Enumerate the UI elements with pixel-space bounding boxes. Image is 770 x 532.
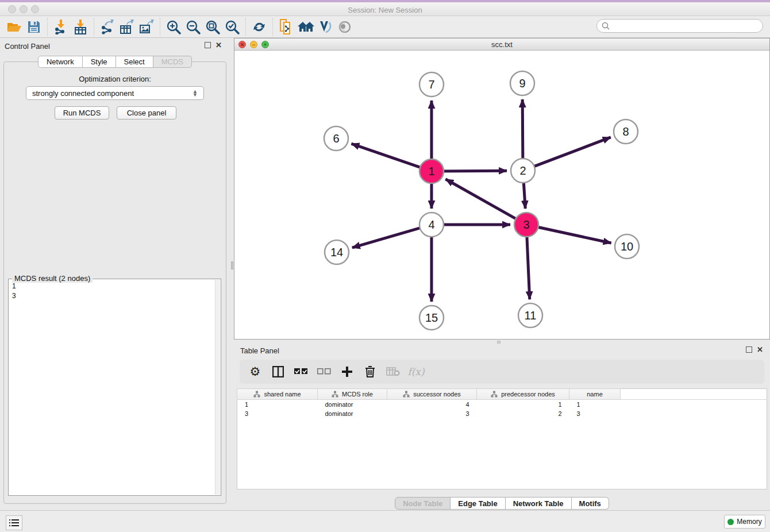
close-panel-button[interactable]: Close panel (117, 106, 176, 119)
tab-motifs[interactable]: Motifs (572, 497, 609, 510)
network-view-window: ✕ − + scc.txt 7968124314101511 (234, 38, 770, 340)
zoom-fit-icon[interactable] (203, 18, 222, 36)
control-panel-window-buttons: ✕ (205, 42, 222, 48)
network-graph-canvas[interactable]: 7968124314101511 (234, 51, 769, 339)
add-column-icon[interactable] (340, 364, 355, 379)
close-panel-icon[interactable]: ✕ (757, 346, 763, 353)
zoom-selected-icon[interactable] (222, 18, 242, 36)
table-toolbar: ⚙ f(x) (240, 360, 764, 384)
table-empty-area (237, 418, 767, 489)
table-type-tabs: Node Table Edge Table Network Table Moti… (234, 497, 770, 510)
graph-edge-3-11[interactable] (526, 228, 529, 299)
float-panel-icon[interactable] (746, 346, 752, 353)
mcds-result-box: MCDS result (2 nodes) 1 3 (8, 279, 221, 496)
mcds-result-text[interactable]: 1 3 (10, 282, 16, 301)
graph-edge-4-14[interactable] (352, 226, 428, 248)
tab-style[interactable]: Style (83, 56, 116, 68)
tab-select[interactable]: Select (116, 56, 153, 68)
select-all-icon[interactable] (294, 364, 309, 379)
search-icon (602, 22, 610, 30)
graph-edge-1-2[interactable] (435, 171, 507, 171)
graph-edge-1-6[interactable] (351, 144, 428, 170)
open-session-icon[interactable] (5, 18, 24, 36)
table-header-row: shared name MCDS role successor nodes pr… (237, 389, 767, 400)
node-table[interactable]: shared name MCDS role successor nodes pr… (237, 388, 767, 489)
graph-edge-2-9[interactable] (522, 99, 523, 167)
graph-edge-3-10[interactable] (530, 225, 611, 243)
network-window-titlebar: ✕ − + scc.txt (234, 38, 769, 51)
column-type-icon (332, 391, 338, 398)
toolbar-separator (94, 18, 94, 36)
table-row[interactable]: 1dominator 41 1 (237, 400, 767, 409)
table-row[interactable]: 3dominator 32 3 (237, 409, 767, 418)
clone-network-icon[interactable] (276, 18, 296, 36)
graph-node-label-15: 15 (425, 311, 438, 324)
column-header-name[interactable]: name (569, 389, 621, 400)
export-network-icon[interactable] (98, 18, 117, 36)
delete-icon[interactable] (363, 364, 378, 379)
column-header-mcds-role[interactable]: MCDS role (318, 389, 387, 400)
toolbar-separator (160, 18, 160, 36)
table-panel-title: Table Panel (240, 346, 279, 355)
app-titlebar: Session: New Session (0, 2, 770, 16)
task-history-button[interactable] (6, 515, 22, 530)
tab-mcds[interactable]: MCDS (153, 56, 192, 68)
export-table-icon[interactable] (117, 18, 137, 36)
tab-network[interactable]: Network (38, 56, 83, 68)
run-mcds-button[interactable]: Run MCDS (55, 106, 109, 119)
graph-node-label-2: 2 (519, 164, 526, 177)
deselect-all-icon[interactable] (317, 364, 332, 379)
graph-node-label-10: 10 (621, 240, 633, 253)
app-title: Session: New Session (0, 6, 770, 14)
import-network-icon[interactable] (51, 18, 71, 36)
column-header-shared-name[interactable]: shared name (237, 389, 318, 400)
graph-node-label-6: 6 (333, 132, 339, 145)
graph-node-label-7: 7 (428, 78, 434, 91)
zoom-in-icon[interactable] (164, 18, 183, 36)
tab-edge-table[interactable]: Edge Table (451, 497, 505, 510)
splitter-grip[interactable] (497, 341, 500, 344)
zoom-out-icon[interactable] (183, 18, 203, 36)
control-panel-tabs: Network Style Select MCDS (0, 56, 230, 68)
memory-status-icon (727, 519, 734, 525)
optimization-criterion-label: Optimization criterion: (4, 75, 226, 83)
control-panel: Control Panel ✕ Network Style Select MCD… (0, 38, 230, 508)
search-input[interactable] (596, 19, 763, 33)
tab-node-table[interactable]: Node Table (395, 497, 451, 510)
column-header-predecessor-nodes[interactable]: predecessor nodes (477, 389, 569, 400)
home-icon[interactable] (296, 18, 315, 36)
graph-edge-2-8[interactable] (526, 137, 611, 169)
delete-table-icon (386, 364, 401, 379)
table-panel-window-buttons: ✕ (746, 346, 763, 353)
splitter-grip[interactable] (231, 261, 233, 269)
chevron-updown-icon: ▲▼ (192, 90, 198, 97)
selected-option: strongly connected component (32, 89, 134, 98)
toolbar-separator (47, 18, 48, 36)
mcds-tab-content: Optimization criterion: strongly connect… (3, 61, 226, 504)
memory-button[interactable]: Memory (724, 515, 765, 529)
save-session-icon[interactable] (24, 18, 44, 36)
toolbar-separator (272, 18, 273, 36)
column-view-icon[interactable] (271, 364, 286, 379)
float-panel-icon[interactable] (205, 42, 211, 48)
close-panel-icon[interactable]: ✕ (215, 42, 222, 48)
column-header-successor-nodes[interactable]: successor nodes (387, 389, 477, 400)
refresh-icon[interactable] (249, 18, 269, 36)
optimization-criterion-select[interactable]: strongly connected component ▲▼ (26, 86, 204, 100)
memory-label: Memory (737, 518, 761, 526)
result-scrollbar[interactable] (215, 280, 220, 495)
eye-icon[interactable] (335, 18, 355, 36)
status-bar: Memory (0, 510, 770, 532)
export-image-icon[interactable] (137, 18, 156, 36)
graph-node-label-9: 9 (519, 77, 525, 90)
column-type-icon (403, 391, 410, 398)
function-builder-icon: f(x) (409, 364, 424, 379)
gear-icon[interactable]: ⚙ (248, 364, 263, 379)
graph-node-label-8: 8 (622, 125, 629, 138)
horizontal-splitter[interactable] (234, 340, 770, 345)
validate-icon[interactable] (315, 18, 335, 36)
vertical-splitter[interactable] (230, 38, 234, 508)
import-table-icon[interactable] (71, 18, 90, 36)
tab-network-table[interactable]: Network Table (506, 497, 572, 510)
graph-edge-3-1[interactable] (445, 179, 523, 223)
